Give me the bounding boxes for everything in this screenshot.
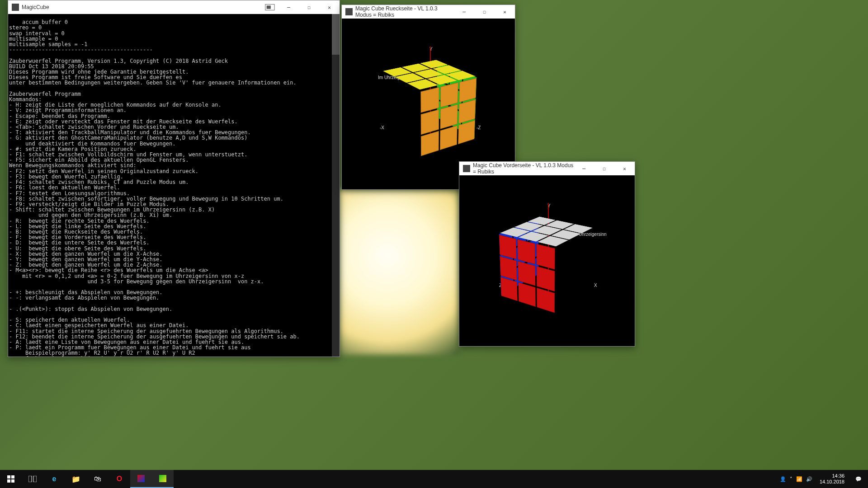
window-buttons: ─ ☐ ✕ <box>454 5 515 19</box>
magiccube-taskbar-button[interactable] <box>130 470 152 488</box>
maximize-button[interactable]: ☐ <box>474 5 495 19</box>
volume-icon[interactable]: 🔊 <box>806 476 812 482</box>
cast-icon <box>265 4 275 11</box>
desktop-wallpaper-flower <box>339 190 459 355</box>
system-tray: 👤 ˄ 📶 🔊 14:36 14.10.2018 💬 <box>780 473 868 485</box>
store-button[interactable]: 🛍 <box>87 470 108 488</box>
console-body[interactable]: accum buffer 0 stereo = 0 swap interval … <box>8 14 340 357</box>
start-button[interactable] <box>0 470 22 488</box>
tray-chevron-icon[interactable]: ˄ <box>790 476 793 482</box>
svg-rect-5 <box>11 479 14 483</box>
minimize-button[interactable]: ─ <box>574 162 594 175</box>
app-icon <box>12 4 19 11</box>
console-titlebar[interactable]: MagicCube ─ ☐ ✕ <box>8 0 340 14</box>
svg-rect-3 <box>11 475 14 479</box>
svg-rect-2 <box>7 475 10 479</box>
window-buttons: ─ ☐ ✕ <box>574 162 635 175</box>
opera-icon: O <box>117 475 122 483</box>
front-viewport[interactable]: Im Uhrzeigersinn Y X Z <box>459 175 635 346</box>
clock-date: 14.10.2018 <box>820 479 844 485</box>
rear-titlebar[interactable]: Magic Cube Rueckseite - VL 1.0.3 Modus =… <box>342 5 515 19</box>
front-cube[interactable] <box>519 224 576 301</box>
network-icon[interactable]: 📶 <box>796 476 802 482</box>
axis-x-label: X <box>594 283 597 288</box>
svg-rect-6 <box>28 476 32 482</box>
maximize-button[interactable]: ☐ <box>299 0 319 14</box>
front-cube-window: Magic Cube Vorderseite - VL 1.0.3 Modus … <box>459 161 635 347</box>
console-title: MagicCube <box>22 4 265 10</box>
rear-title: Magic Cube Rueckseite - VL 1.0.3 Modus =… <box>355 5 454 18</box>
opera-button[interactable]: O <box>108 470 130 488</box>
notifications-icon[interactable]: 💬 <box>852 476 865 482</box>
magiccube-taskbar-button-2[interactable] <box>152 470 174 488</box>
people-icon[interactable]: 👤 <box>780 476 786 482</box>
app-icon <box>159 475 166 482</box>
svg-rect-4 <box>7 479 10 483</box>
front-titlebar[interactable]: Magic Cube Vorderseite - VL 1.0.3 Modus … <box>459 162 635 175</box>
task-view-icon <box>28 476 37 482</box>
axis-z-label: -Z <box>476 125 481 130</box>
store-icon: 🛍 <box>94 475 101 483</box>
app-icon <box>137 475 145 482</box>
explorer-button[interactable]: 📁 <box>65 470 87 488</box>
taskbar: e 📁 🛍 O 👤 ˄ 📶 🔊 14:36 14.10.2018 💬 <box>0 470 868 488</box>
svg-rect-7 <box>33 476 37 482</box>
taskbar-clock[interactable]: 14:36 14.10.2018 <box>816 473 848 485</box>
cube-left-face <box>419 76 477 158</box>
windows-icon <box>7 475 14 483</box>
scrollbar-thumb[interactable] <box>332 14 340 55</box>
edge-button[interactable]: e <box>43 470 65 488</box>
clock-time: 14:36 <box>820 473 844 479</box>
folder-icon: 📁 <box>71 475 80 483</box>
vertical-scrollbar[interactable] <box>332 14 340 357</box>
close-button[interactable]: ✕ <box>614 162 635 175</box>
close-button[interactable]: ✕ <box>495 5 515 19</box>
front-title: Magic Cube Vorderseite - VL 1.0.3 Modus … <box>473 162 574 175</box>
app-icon <box>463 165 470 172</box>
edge-icon: e <box>52 475 57 483</box>
svg-rect-1 <box>267 5 271 9</box>
window-buttons: ─ ☐ ✕ <box>278 0 340 14</box>
close-button[interactable]: ✕ <box>319 0 340 14</box>
minimize-button[interactable]: ─ <box>454 5 474 19</box>
task-view-button[interactable] <box>22 470 43 488</box>
rear-cube[interactable] <box>399 67 456 145</box>
cube-right-face <box>498 233 556 314</box>
maximize-button[interactable]: ☐ <box>594 162 614 175</box>
axis-x-label: -X <box>380 125 384 130</box>
minimize-button[interactable]: ─ <box>278 0 299 14</box>
console-window: MagicCube ─ ☐ ✕ accum buffer 0 stereo = … <box>8 0 340 357</box>
app-icon <box>345 8 353 15</box>
console-text: accum buffer 0 stereo = 0 swap interval … <box>9 19 300 357</box>
